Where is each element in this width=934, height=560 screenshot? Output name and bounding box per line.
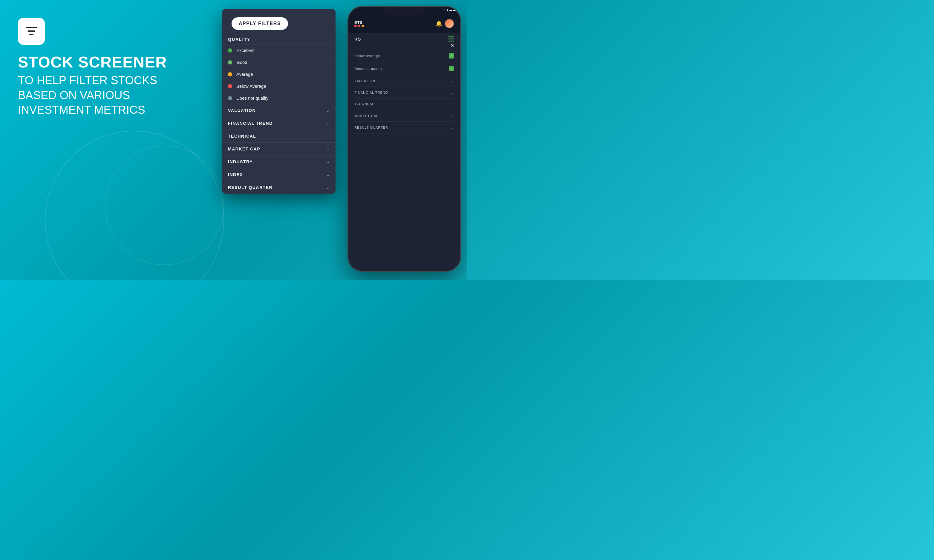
chevron-icon-valuation: ⌄ <box>451 79 454 83</box>
dot-red <box>354 25 357 27</box>
dot-average <box>228 72 232 77</box>
quality-item-does-not-qualify[interactable]: Does not qualify <box>222 92 335 104</box>
filter-row-result-quarter[interactable]: RESULT QUARTER ⌄ <box>354 122 454 134</box>
bg-circle-small <box>105 146 224 265</box>
phone-subheader: RS <box>348 33 460 45</box>
filter-icon-box <box>18 18 45 45</box>
subheader-title: RS <box>354 37 361 42</box>
quality-item-below-average[interactable]: Below Average <box>222 80 335 92</box>
filter-row-valuation[interactable]: VALUATION ⌄ <box>354 75 454 87</box>
filter-label-market-cap: MARKET CAP <box>354 114 378 118</box>
svg-rect-2 <box>29 34 34 35</box>
filter-row-financial-trend[interactable]: FINANCIAL TREND ⌄ <box>354 87 454 98</box>
dot-does-not-qualify <box>228 96 232 100</box>
svg-rect-1 <box>28 31 35 32</box>
quality-label-excellent: Excellent <box>236 48 255 53</box>
filter-label-technical: TECHNICAL <box>354 102 375 106</box>
chevron-icon-result-quarter: ⌄ <box>451 125 454 129</box>
filter-label-financial: FINANCIAL TREND <box>354 91 388 94</box>
category-financial-trend-text: FINANCIAL TREND <box>228 121 273 126</box>
bell-icon: 🔔 <box>435 20 442 27</box>
category-industry-text: INDUSTRY <box>228 159 253 164</box>
category-market-cap-text: MARKET CAP <box>228 146 260 151</box>
apply-filters-text: APPLY FILTERS <box>239 21 281 26</box>
left-section: STOCK SCREENER TO HELP FILTER STOCKS BAS… <box>18 18 185 117</box>
filter-row-technical[interactable]: TECHNICAL ⌄ <box>354 98 454 110</box>
category-technical[interactable]: TECHNICAL ⌄ <box>222 129 335 142</box>
phone-screen: ▪▪▪ ▲ ▬ ▬ ETS 🔔 RS <box>348 7 460 271</box>
phone-header-dots <box>354 25 364 27</box>
chevron-icon-technical: ⌄ <box>451 102 454 106</box>
filter-label-valuation: VALUATION <box>354 79 375 83</box>
chevron-down-industry: ⌄ <box>326 160 330 164</box>
dot-excellent <box>228 48 232 52</box>
quality-item-excellent[interactable]: Excellent <box>222 44 335 56</box>
dropdown-menu: APPLY FILTERS QUALITY Excellent Good Ave… <box>222 9 335 194</box>
category-valuation-text: VALUATION <box>228 108 256 113</box>
category-technical-text: TECHNICAL <box>228 134 256 138</box>
category-result-quarter[interactable]: RESULT QUARTER ⌄ <box>222 181 335 194</box>
phone-status-bar: ▪▪▪ ▲ ▬ ▬ <box>443 8 455 11</box>
phone-mockup: ▪▪▪ ▲ ▬ ▬ ETS 🔔 RS <box>347 6 461 272</box>
filter-row-below-average[interactable]: Below Average ✓ <box>354 49 454 62</box>
quality-section-header: QUALITY <box>222 34 335 44</box>
close-button[interactable]: ✕ <box>450 43 454 48</box>
chevron-down-technical: ⌄ <box>326 134 330 138</box>
hamburger-line-1 <box>448 37 454 37</box>
status-icons: ▪▪▪ ▲ ▬ ▬ <box>443 8 455 11</box>
main-title: STOCK SCREENER <box>18 54 185 71</box>
dot-red2 <box>358 25 360 27</box>
filter-row-label-2: Does not qualify <box>354 67 383 71</box>
right-section: ▪▪▪ ▲ ▬ ▬ ETS 🔔 RS <box>210 0 467 280</box>
quality-item-average[interactable]: Average <box>222 68 335 80</box>
chevron-icon-financial: ⌄ <box>451 91 454 95</box>
chevron-down-market-cap: ⌄ <box>326 147 330 151</box>
hamburger-line-2 <box>448 38 454 39</box>
apply-filters-button[interactable]: APPLY FILTERS <box>232 17 288 30</box>
filter-row-market-cap[interactable]: MARKET CAP ⌄ <box>354 110 454 122</box>
dot-good <box>228 60 232 65</box>
phone-notch <box>383 7 425 15</box>
category-valuation[interactable]: VALUATION ⌄ <box>222 104 335 117</box>
filter-row-does-not-qualify[interactable]: Does not qualify ✓ <box>354 62 454 75</box>
dot-orange <box>361 25 364 27</box>
category-index-text: INDEX <box>228 172 243 177</box>
checkmark-icon-2: ✓ <box>450 66 453 71</box>
avatar <box>445 19 454 28</box>
quality-label-good: Good <box>236 60 247 65</box>
category-financial-trend[interactable]: FINANCIAL TREND ⌄ <box>222 117 335 129</box>
quality-label-below-average: Below Average <box>236 83 266 89</box>
chevron-down-result-quarter: ⌄ <box>326 185 330 190</box>
category-result-quarter-text: RESULT QUARTER <box>228 185 272 190</box>
filter-label-result-quarter: RESULT QUARTER <box>354 126 388 129</box>
hamburger-menu[interactable] <box>448 37 454 42</box>
chevron-icon-market-cap: ⌄ <box>451 114 454 118</box>
phone-content: Below Average ✓ Does not qualify ✓ VALUA… <box>348 46 460 137</box>
chevron-down-financial: ⌄ <box>326 121 330 126</box>
quality-label-does-not-qualify: Does not qualify <box>236 95 269 101</box>
category-market-cap[interactable]: MARKET CAP ⌄ <box>222 142 335 155</box>
close-icon: ✕ <box>450 43 454 48</box>
category-index[interactable]: INDEX ⌄ <box>222 168 335 181</box>
checkmark-icon: ✓ <box>450 54 453 58</box>
phone-header-text: ETS <box>354 20 364 25</box>
dot-below-average <box>228 84 232 88</box>
chevron-down-index: ⌄ <box>326 172 330 177</box>
sub-title: TO HELP FILTER STOCKS BASED ON VARIOUS I… <box>18 73 185 117</box>
svg-rect-0 <box>26 27 37 28</box>
phone-header-icons: 🔔 <box>435 19 454 28</box>
checkbox-below-average[interactable]: ✓ <box>449 53 454 58</box>
filter-icon <box>24 24 39 39</box>
checkbox-does-not-qualify[interactable]: ✓ <box>449 66 454 71</box>
quality-label-average: Average <box>236 72 253 77</box>
quality-item-good[interactable]: Good <box>222 56 335 68</box>
filter-row-label: Below Average <box>354 54 380 58</box>
hamburger-line-3 <box>448 41 454 42</box>
category-industry[interactable]: INDUSTRY ⌄ <box>222 155 335 168</box>
chevron-down-valuation: ⌄ <box>326 108 330 113</box>
